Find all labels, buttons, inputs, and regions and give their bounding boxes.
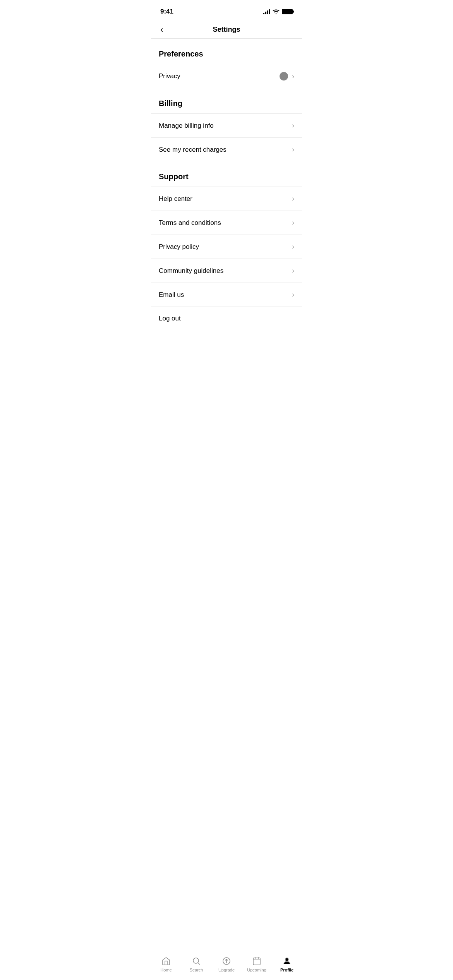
- help-center-chevron: ›: [292, 195, 294, 203]
- manage-billing-label: Manage billing info: [159, 122, 214, 130]
- preferences-section: Preferences Privacy ›: [151, 39, 302, 88]
- preferences-section-title: Preferences: [151, 39, 302, 64]
- manage-billing-chevron: ›: [292, 122, 294, 130]
- help-center-menu-item[interactable]: Help center ›: [151, 187, 302, 211]
- support-section-title: Support: [151, 161, 302, 187]
- email-us-menu-item[interactable]: Email us ›: [151, 283, 302, 307]
- privacy-label: Privacy: [159, 72, 180, 80]
- recent-charges-chevron: ›: [292, 146, 294, 154]
- logout-menu-item[interactable]: Log out: [151, 307, 302, 330]
- status-icons: [263, 9, 293, 14]
- terms-label: Terms and conditions: [159, 219, 221, 227]
- email-us-chevron: ›: [292, 291, 294, 299]
- status-time: 9:41: [160, 8, 173, 15]
- support-section: Support Help center › Terms and conditio…: [151, 161, 302, 307]
- privacy-policy-label: Privacy policy: [159, 243, 199, 251]
- settings-content: Preferences Privacy › Billing Manage bil…: [151, 39, 302, 369]
- privacy-dot: [280, 72, 288, 81]
- privacy-policy-chevron: ›: [292, 243, 294, 251]
- privacy-menu-item[interactable]: Privacy ›: [151, 64, 302, 88]
- privacy-policy-menu-item[interactable]: Privacy policy ›: [151, 235, 302, 259]
- terms-chevron: ›: [292, 219, 294, 227]
- billing-section-title: Billing: [151, 88, 302, 113]
- status-bar: 9:41: [151, 0, 302, 21]
- community-guidelines-menu-item[interactable]: Community guidelines ›: [151, 259, 302, 283]
- nav-header: ‹ Settings: [151, 21, 302, 39]
- recent-charges-menu-item[interactable]: See my recent charges ›: [151, 137, 302, 161]
- wifi-icon: [273, 9, 280, 14]
- privacy-right: ›: [280, 72, 294, 81]
- logout-label: Log out: [159, 315, 181, 322]
- manage-billing-menu-item[interactable]: Manage billing info ›: [151, 113, 302, 137]
- page-title: Settings: [213, 26, 240, 34]
- help-center-label: Help center: [159, 195, 192, 203]
- signal-icon: [263, 9, 270, 14]
- back-button[interactable]: ‹: [159, 23, 165, 36]
- community-guidelines-label: Community guidelines: [159, 267, 223, 275]
- recent-charges-label: See my recent charges: [159, 146, 226, 154]
- billing-section: Billing Manage billing info › See my rec…: [151, 88, 302, 161]
- battery-icon: [282, 9, 293, 14]
- terms-menu-item[interactable]: Terms and conditions ›: [151, 211, 302, 235]
- community-guidelines-chevron: ›: [292, 267, 294, 275]
- email-us-label: Email us: [159, 291, 184, 299]
- privacy-chevron: ›: [292, 72, 294, 81]
